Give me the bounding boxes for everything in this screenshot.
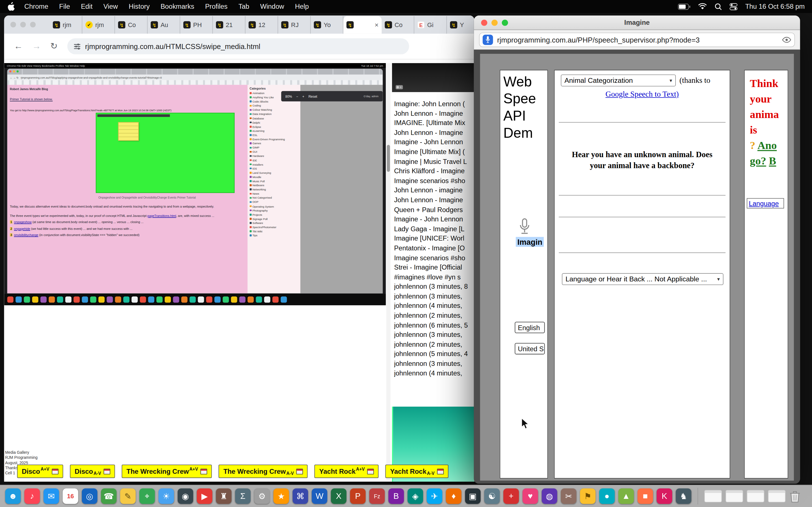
- browser-tab[interactable]: ↯ Co ×: [382, 16, 414, 34]
- browser-tab[interactable]: ↯ Yo ×: [311, 16, 343, 34]
- forward-button[interactable]: →: [32, 41, 41, 52]
- eye-icon[interactable]: [782, 36, 791, 43]
- browser-tab[interactable]: ↯ RJ ×: [278, 16, 311, 34]
- media-list-item[interactable]: John Lennon - Imagine: [394, 195, 474, 205]
- language-link-box[interactable]: Language: [747, 198, 784, 209]
- menu-item[interactable]: Tab: [239, 3, 250, 10]
- dock-icon[interactable]: ◍: [542, 489, 557, 504]
- dock-icon[interactable]: ◎: [82, 489, 97, 504]
- media-list-item[interactable]: #imagines #love #yn s: [394, 272, 474, 282]
- menu-item[interactable]: Bookmarks: [160, 3, 194, 10]
- imagine-title-bar[interactable]: Imagine: [474, 15, 800, 30]
- media-list-item[interactable]: Strei - Imagine [Official: [394, 263, 474, 272]
- dock-icon[interactable]: ⌘: [293, 489, 308, 504]
- minimized-window-thumbnail[interactable]: [747, 490, 764, 502]
- dock-icon[interactable]: ✈: [426, 489, 442, 504]
- minimized-window-thumbnail[interactable]: [725, 490, 743, 502]
- minimize-window-button[interactable]: [20, 22, 26, 27]
- media-list-item[interactable]: Pentatonix - Imagine [O: [394, 244, 474, 253]
- dock-icon[interactable]: ⚑: [580, 489, 596, 504]
- category-select[interactable]: Animal Categorization ▾: [561, 74, 676, 86]
- dock-icon[interactable]: W: [312, 489, 327, 504]
- page-scrollbar[interactable]: [386, 63, 391, 480]
- browser-tab[interactable]: ↯ rjm ×: [50, 16, 82, 34]
- url-text[interactable]: rjmprogramming.com.au/HTMLCSS/swipe_medi…: [85, 42, 260, 50]
- media-button[interactable]: Yacht Rock A+V: [315, 464, 379, 478]
- close-window-button[interactable]: [10, 22, 16, 27]
- dock-icon[interactable]: ✉: [43, 489, 59, 504]
- media-list-item[interactable]: John Lennon - imagine: [394, 186, 474, 195]
- media-video-header[interactable]: [392, 63, 474, 92]
- media-list-item[interactable]: johnlennon (2 minutes,: [394, 311, 474, 321]
- imagine-address-bar[interactable]: rjmprogramming.com.au/PHP/speech_supervi…: [479, 33, 795, 47]
- media-button[interactable]: Disco A-V: [70, 464, 115, 478]
- dock-icon[interactable]: ☯: [484, 489, 500, 504]
- media-button[interactable]: The Wrecking Crew A+V: [122, 464, 212, 478]
- speech-mic-icon[interactable]: [518, 218, 531, 237]
- browser-tab[interactable]: ↯ Co ×: [115, 16, 148, 34]
- media-list-item[interactable]: Imagine - John Lennon: [394, 138, 474, 147]
- dock-icon[interactable]: ☎: [101, 489, 116, 504]
- browser-tab[interactable]: ↯ PH ×: [180, 16, 213, 34]
- dock-icon[interactable]: ▣: [465, 489, 480, 504]
- media-list-item[interactable]: johnlennon (3 minutes,: [394, 330, 474, 340]
- media-list-item[interactable]: johnlennon (5 minutes, 4: [394, 349, 474, 359]
- media-list-item[interactable]: johnlennon (3 minutes,: [394, 292, 474, 301]
- region-button[interactable]: United S: [515, 343, 545, 354]
- dock-icon[interactable]: ♜: [216, 489, 232, 504]
- minimized-window-thumbnail[interactable]: [768, 490, 785, 502]
- dock-icon[interactable]: ☀: [158, 489, 174, 504]
- browser-tab[interactable]: ✔ rjm ×: [82, 16, 115, 34]
- another-go-link[interactable]: go?: [750, 155, 766, 167]
- dock-icon[interactable]: ⚙: [254, 489, 270, 504]
- menu-item[interactable]: File: [59, 3, 70, 10]
- dock-icon[interactable]: 16: [63, 489, 78, 504]
- language-link[interactable]: Language: [749, 200, 779, 207]
- menu-item[interactable]: History: [129, 3, 150, 10]
- dock-icon[interactable]: ■: [638, 489, 653, 504]
- media-list-item[interactable]: Imagine [Ultimate Mix] (: [394, 147, 474, 157]
- reload-button[interactable]: ↻: [50, 41, 57, 52]
- address-bar[interactable]: rjmprogramming.com.au/HTMLCSS/swipe_medi…: [67, 38, 409, 54]
- media-list-item[interactable]: John Lennon - Imagine: [394, 109, 474, 119]
- media-list-item[interactable]: Imagine [UNICEF: Worl: [394, 234, 474, 244]
- media-button[interactable]: Yacht Rock A-V: [386, 464, 449, 478]
- dock-icon[interactable]: K: [657, 489, 672, 504]
- minimized-window-thumbnail[interactable]: [704, 490, 722, 502]
- media-list-item[interactable]: Lady Gaga - Imagine [L: [394, 224, 474, 234]
- media-list-item[interactable]: johnlennon (4 minutes,: [394, 301, 474, 311]
- media-list-item[interactable]: johnlennon (3 minutes, 8: [394, 282, 474, 292]
- browser-tab[interactable]: ↯ 21 ×: [213, 16, 246, 34]
- trash-icon[interactable]: [789, 489, 801, 503]
- browser-tab[interactable]: E Gi ×: [414, 16, 447, 34]
- dock-icon[interactable]: ♞: [676, 489, 691, 504]
- dock-icon[interactable]: Σ: [235, 489, 251, 504]
- media-button[interactable]: The Wrecking Crew A-V: [219, 464, 308, 478]
- media-list-item[interactable]: johnlennon (6 minutes, 5: [394, 321, 474, 330]
- dock-icon[interactable]: +: [503, 489, 519, 504]
- menu-item[interactable]: View: [103, 3, 118, 10]
- menu-item[interactable]: Profiles: [205, 3, 227, 10]
- back-link[interactable]: B: [769, 155, 776, 167]
- dock-icon[interactable]: ⌖: [139, 489, 155, 504]
- wifi-icon[interactable]: [698, 3, 707, 10]
- another-go-link[interactable]: Ano: [757, 139, 777, 152]
- dock-icon[interactable]: P: [350, 489, 366, 504]
- media-button[interactable]: Disco A+V: [17, 464, 63, 478]
- dock-icon[interactable]: ▲: [618, 489, 634, 504]
- dock-icon[interactable]: ●: [599, 489, 615, 504]
- media-list-item[interactable]: johnlennon (3 minutes,: [394, 359, 474, 369]
- dock-icon[interactable]: ♦: [446, 489, 461, 504]
- menu-item[interactable]: Window: [260, 3, 284, 10]
- language-select[interactable]: Language or Hear it Back ... Not Applica…: [562, 273, 723, 285]
- menu-item[interactable]: Chrome: [24, 3, 48, 10]
- browser-tab[interactable]: ↯ Au ×: [147, 16, 180, 34]
- menu-item[interactable]: Edit: [81, 3, 93, 10]
- dock-icon[interactable]: ♪: [24, 489, 40, 504]
- browser-tab[interactable]: ↯ ×: [343, 16, 382, 34]
- microphone-icon[interactable]: [483, 34, 493, 45]
- media-list-item[interactable]: Imagine - John Lennon: [394, 215, 474, 224]
- media-list-item[interactable]: IMAGINE. [Ultimate Mix: [394, 119, 474, 128]
- media-list-item[interactable]: Imagine scenarios #sho: [394, 253, 474, 263]
- apple-menu-icon[interactable]: [7, 2, 15, 11]
